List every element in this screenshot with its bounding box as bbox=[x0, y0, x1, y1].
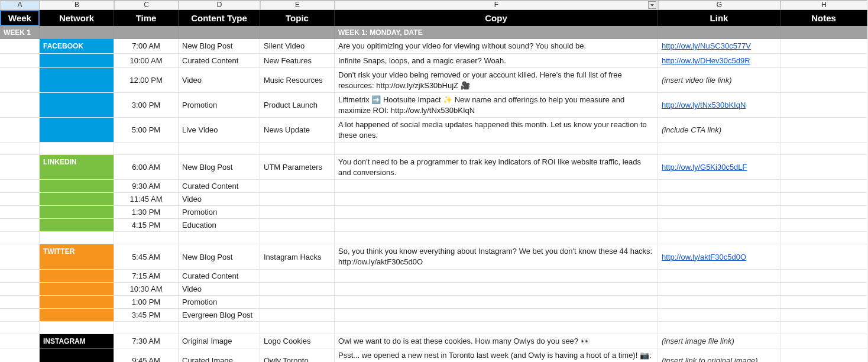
topic-cell[interactable]: Silent Video bbox=[260, 39, 335, 54]
time-cell[interactable]: 1:00 PM bbox=[114, 296, 179, 309]
copy-cell[interactable] bbox=[335, 283, 658, 296]
column-header-b[interactable]: B bbox=[40, 0, 114, 10]
spacer-cell[interactable] bbox=[335, 232, 658, 244]
time-cell[interactable]: 5:00 PM bbox=[114, 118, 179, 143]
copy-cell[interactable]: Owl we want to do is eat these cookies. … bbox=[335, 334, 658, 349]
network-cell-li[interactable] bbox=[40, 180, 114, 193]
link-url[interactable]: http://ow.ly/NuSC30c577V bbox=[662, 41, 751, 50]
network-cell-tw[interactable] bbox=[40, 270, 114, 283]
row-gutter[interactable] bbox=[0, 193, 40, 206]
notes-cell[interactable] bbox=[780, 334, 867, 349]
row-gutter[interactable] bbox=[0, 118, 40, 143]
topic-cell[interactable]: UTM Parameters bbox=[260, 155, 335, 180]
topic-cell[interactable] bbox=[260, 180, 335, 193]
row-gutter[interactable] bbox=[0, 54, 40, 69]
notes-cell[interactable] bbox=[780, 118, 867, 143]
link-cell[interactable] bbox=[658, 270, 780, 283]
spacer-cell[interactable] bbox=[260, 232, 335, 244]
network-cell-li[interactable]: LINKEDIN bbox=[40, 155, 114, 180]
row-gutter[interactable] bbox=[0, 155, 40, 180]
spacer-cell[interactable] bbox=[40, 143, 114, 155]
spacer-cell[interactable] bbox=[335, 143, 658, 155]
time-cell[interactable]: 10:00 AM bbox=[114, 54, 179, 69]
copy-cell[interactable]: You don't need to be a programmer to tra… bbox=[335, 155, 658, 180]
notes-cell[interactable] bbox=[780, 68, 867, 93]
spacer-cell[interactable] bbox=[179, 232, 260, 244]
spacer-cell[interactable] bbox=[114, 232, 179, 244]
notes-cell[interactable] bbox=[780, 39, 867, 54]
notes-cell[interactable] bbox=[780, 180, 867, 193]
copy-cell[interactable]: Don't risk your video being removed or y… bbox=[335, 68, 658, 93]
field-header-notes[interactable]: Notes bbox=[780, 10, 867, 26]
topic-cell[interactable] bbox=[260, 283, 335, 296]
column-header-d[interactable]: D bbox=[179, 0, 260, 10]
network-cell-li[interactable] bbox=[40, 193, 114, 206]
link-cell[interactable] bbox=[658, 283, 780, 296]
spacer-cell[interactable] bbox=[335, 322, 658, 334]
field-header-content-type[interactable]: Content Type bbox=[179, 10, 260, 26]
week-row-cell[interactable] bbox=[260, 26, 335, 39]
filter-icon[interactable] bbox=[648, 1, 656, 9]
time-cell[interactable]: 9:45 AM bbox=[114, 348, 179, 362]
network-cell-fb[interactable] bbox=[40, 118, 114, 143]
field-header-week[interactable]: Week bbox=[0, 10, 40, 26]
field-header-link[interactable]: Link bbox=[658, 10, 780, 26]
copy-cell[interactable] bbox=[335, 180, 658, 193]
time-cell[interactable]: 10:30 AM bbox=[114, 283, 179, 296]
network-cell-fb[interactable]: FACEBOOK bbox=[40, 39, 114, 54]
network-cell-tw[interactable] bbox=[40, 283, 114, 296]
spacer-cell[interactable] bbox=[40, 322, 114, 334]
link-cell[interactable]: (insert link to original image) bbox=[658, 348, 780, 362]
network-cell-fb[interactable] bbox=[40, 93, 114, 118]
notes-cell[interactable] bbox=[780, 219, 867, 232]
notes-cell[interactable] bbox=[780, 54, 867, 69]
content-type-cell[interactable]: Curated Content bbox=[179, 54, 260, 69]
row-gutter[interactable] bbox=[0, 206, 40, 219]
week-tab[interactable]: WEEK 1 bbox=[0, 26, 40, 39]
copy-cell[interactable] bbox=[335, 309, 658, 322]
week-title[interactable]: WEEK 1: MONDAY, DATE bbox=[335, 26, 658, 39]
link-cell[interactable]: http://ow.ly/aktF30c5d0O bbox=[658, 244, 780, 269]
copy-cell[interactable]: Are you opitimizing your video for viewi… bbox=[335, 39, 658, 54]
time-cell[interactable]: 5:45 AM bbox=[114, 244, 179, 269]
row-gutter[interactable] bbox=[0, 270, 40, 283]
content-type-cell[interactable]: New Blog Post bbox=[179, 244, 260, 269]
copy-cell[interactable]: Infinite Snaps, loops, and a magic erase… bbox=[335, 54, 658, 69]
topic-cell[interactable] bbox=[260, 296, 335, 309]
spacer-cell[interactable] bbox=[658, 232, 780, 244]
row-gutter[interactable] bbox=[0, 283, 40, 296]
content-type-cell[interactable]: New Blog Post bbox=[179, 155, 260, 180]
link-cell[interactable] bbox=[658, 193, 780, 206]
time-cell[interactable]: 3:00 PM bbox=[114, 93, 179, 118]
topic-cell[interactable] bbox=[260, 193, 335, 206]
week-row-cell[interactable] bbox=[114, 26, 179, 39]
time-cell[interactable]: 4:15 PM bbox=[114, 219, 179, 232]
spacer-cell[interactable] bbox=[179, 143, 260, 155]
spreadsheet-grid[interactable]: ABCDEFGHWeekNetworkTimeContent TypeTopic… bbox=[0, 0, 868, 362]
copy-cell[interactable]: Liftmetrix ➡️ Hootsuite Impact ✨ New nam… bbox=[335, 93, 658, 118]
content-type-cell[interactable]: Promotion bbox=[179, 93, 260, 118]
row-gutter[interactable] bbox=[0, 180, 40, 193]
spacer-cell[interactable] bbox=[260, 322, 335, 334]
link-cell[interactable] bbox=[658, 219, 780, 232]
link-cell[interactable] bbox=[658, 309, 780, 322]
notes-cell[interactable] bbox=[780, 244, 867, 269]
column-header-h[interactable]: H bbox=[780, 0, 867, 10]
field-header-copy[interactable]: Copy bbox=[335, 10, 658, 26]
copy-cell[interactable] bbox=[335, 206, 658, 219]
notes-cell[interactable] bbox=[780, 206, 867, 219]
copy-cell[interactable] bbox=[335, 296, 658, 309]
link-url[interactable]: http://ow.ly/aktF30c5d0O bbox=[662, 253, 746, 261]
content-type-cell[interactable]: Evergreen Blog Post bbox=[179, 309, 260, 322]
topic-cell[interactable]: New Features bbox=[260, 54, 335, 69]
topic-cell[interactable]: Owly Toronto bbox=[260, 348, 335, 362]
link-cell[interactable] bbox=[658, 206, 780, 219]
topic-cell[interactable]: Instagram Hacks bbox=[260, 244, 335, 269]
content-type-cell[interactable]: New Blog Post bbox=[179, 39, 260, 54]
row-gutter[interactable] bbox=[0, 39, 40, 54]
row-gutter[interactable] bbox=[0, 244, 40, 269]
spacer-cell[interactable] bbox=[179, 322, 260, 334]
row-gutter[interactable] bbox=[0, 93, 40, 118]
network-cell-tw[interactable] bbox=[40, 309, 114, 322]
copy-cell[interactable]: So, you think you know everything about … bbox=[335, 244, 658, 269]
